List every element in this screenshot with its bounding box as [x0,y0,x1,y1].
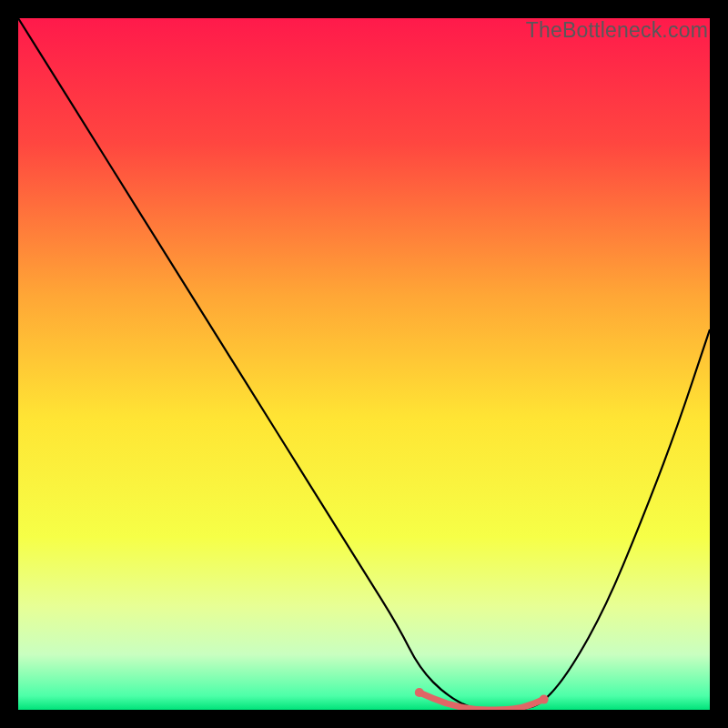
watermark-text: TheBottleneck.com [526,18,708,43]
fit-endpoint-right [540,695,549,704]
bottleneck-curve [18,18,710,710]
chart-frame: TheBottleneck.com [18,18,710,710]
fit-band [420,693,544,710]
curve-layer [18,18,710,710]
fit-endpoint-left [415,688,424,697]
